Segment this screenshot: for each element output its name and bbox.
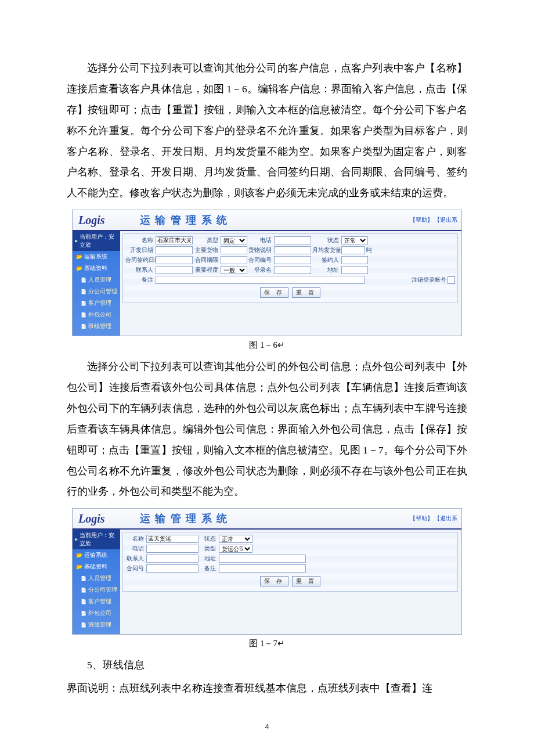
select-type[interactable]: 固定 — [221, 236, 247, 244]
label-signer: 签约人 — [312, 256, 340, 264]
sidebar-item-route[interactable]: 班线管理 — [73, 619, 120, 631]
screenshot-figure-1-6: Logis 运 输 管 理 系 统 【帮助】【退出系 当前用户：安立欣 运输系统… — [72, 210, 462, 336]
checkbox-cancel-login[interactable] — [448, 276, 455, 284]
input-goods[interactable] — [221, 246, 247, 254]
unit-ton: 吨 — [366, 246, 372, 254]
sidebar-item-person[interactable]: 人员管理 — [73, 274, 120, 286]
paragraph-2: 选择分公司下拉列表可以查询其他分公司的外包公司信息；点外包公司列表中【外包公司】… — [67, 357, 467, 502]
label-phone: 电话 — [248, 236, 273, 244]
sidebar: 当前用户：安立欣 运输系统 基础资料 人员管理 分公司管理 客户管理 外包公司 … — [73, 530, 120, 634]
label-type: 类型 — [194, 236, 219, 244]
sidebar-item-basic[interactable]: 基础资料 — [73, 561, 120, 573]
label-addr: 地址 — [200, 555, 218, 563]
label-status: 状态 — [312, 236, 340, 244]
customer-form: 名称 类型 固定 电话 状态 正常 开发日期 主要货物 货 — [122, 233, 458, 303]
outsource-form: 名称 状态 正常 电话 类型 货运公司 联系人 地址 — [122, 532, 458, 592]
header-links[interactable]: 【帮助】【退出系 — [409, 514, 458, 523]
paragraph-1: 选择分公司下拉列表可以查询其他分公司的客户信息，点客户列表中客户【名称】连接后查… — [67, 58, 467, 204]
sidebar-item-transport[interactable]: 运输系统 — [73, 251, 120, 262]
label-cancel-login: 注销登录帐号 — [412, 276, 446, 284]
sidebar-item-customer[interactable]: 客户管理 — [73, 297, 120, 309]
help-link[interactable]: 【帮助】 — [410, 217, 433, 223]
label-phone: 电话 — [125, 545, 145, 553]
app-header: Logis 运 输 管 理 系 统 【帮助】【退出系 — [73, 509, 461, 530]
section-5-title: 5、班线信息 — [67, 655, 467, 676]
input-contract-term[interactable] — [221, 256, 247, 264]
sidebar-item-outsource[interactable]: 外包公司 — [73, 309, 120, 321]
label-goods: 主要货物 — [194, 246, 219, 254]
save-button[interactable]: 保 存 — [260, 287, 288, 298]
label-contract-term: 合同期限 — [194, 256, 219, 264]
input-remark[interactable] — [219, 564, 306, 573]
reset-button[interactable]: 重 置 — [292, 287, 320, 298]
input-desc[interactable] — [274, 246, 311, 254]
sidebar-item-transport[interactable]: 运输系统 — [73, 549, 120, 561]
select-type[interactable]: 货运公司 — [219, 545, 252, 553]
current-user: 当前用户：安立欣 — [73, 530, 120, 549]
label-addr: 地址 — [312, 266, 340, 274]
logo: Logis — [78, 214, 105, 227]
label-name: 名称 — [125, 535, 145, 543]
input-devdate[interactable] — [156, 246, 193, 254]
select-importance[interactable]: 一般 — [221, 266, 247, 274]
screenshot-figure-1-7: Logis 运 输 管 理 系 统 【帮助】【退出系 当前用户：安立欣 运输系统… — [72, 508, 462, 635]
input-name[interactable] — [146, 535, 199, 543]
input-contact[interactable] — [156, 266, 193, 274]
input-login[interactable] — [274, 266, 311, 274]
logout-link[interactable]: 【退出系 — [434, 515, 457, 521]
app-title: 运 输 管 理 系 统 — [105, 512, 409, 525]
sidebar-item-route[interactable]: 班线管理 — [73, 321, 120, 332]
app-header: Logis 运 输 管 理 系 统 【帮助】【退出系 — [73, 210, 461, 231]
input-phone[interactable] — [146, 545, 199, 553]
sidebar-item-basic[interactable]: 基础资料 — [73, 262, 120, 274]
paragraph-3: 界面说明：点班线列表中名称连接查看班线基本信息，点班线列表中【查看】连 — [67, 678, 467, 699]
label-desc: 货物说明 — [248, 246, 273, 254]
label-importance: 重要程度 — [194, 266, 219, 274]
figure-caption-1-6: 图 1－6↵ — [67, 340, 467, 351]
page-number: 4 — [67, 722, 467, 731]
header-links[interactable]: 【帮助】【退出系 — [409, 216, 458, 224]
app-title: 运 输 管 理 系 统 — [105, 213, 409, 227]
select-status[interactable]: 正常 — [219, 535, 252, 543]
label-monthly: 月均发货量 — [312, 246, 340, 254]
label-contact: 联系人 — [125, 555, 145, 563]
input-remark[interactable] — [156, 276, 365, 284]
sidebar-item-outsource[interactable]: 外包公司 — [73, 607, 120, 619]
input-contract-no[interactable] — [274, 256, 311, 264]
label-status: 状态 — [200, 535, 218, 543]
select-status[interactable]: 正常 — [341, 236, 368, 244]
label-type: 类型 — [200, 545, 218, 553]
sidebar: 当前用户：安立欣 运输系统 基础资料 人员管理 分公司管理 客户管理 外包公司 … — [73, 231, 120, 336]
input-signer[interactable] — [341, 256, 368, 264]
help-link[interactable]: 【帮助】 — [410, 515, 433, 521]
input-contract-date[interactable] — [156, 256, 193, 264]
sidebar-item-branch[interactable]: 分公司管理 — [73, 286, 120, 297]
figure-caption-1-7: 图 1－7↵ — [67, 638, 467, 649]
label-contact: 联系人 — [125, 266, 154, 274]
label-remark: 备注 — [125, 276, 154, 284]
label-contractno: 合同号 — [125, 564, 145, 573]
label-login: 登录名 — [248, 266, 273, 274]
sidebar-item-branch[interactable]: 分公司管理 — [73, 584, 120, 596]
current-user: 当前用户：安立欣 — [73, 231, 120, 251]
label-name: 名称 — [125, 236, 154, 244]
label-contract-date: 合同签约日期 — [125, 256, 154, 264]
save-button[interactable]: 保 存 — [260, 576, 288, 586]
label-devdate: 开发日期 — [125, 246, 154, 254]
label-remark: 备注 — [200, 564, 218, 573]
input-contact[interactable] — [146, 555, 199, 563]
input-addr[interactable] — [341, 266, 368, 274]
input-monthly[interactable] — [341, 246, 365, 254]
logo: Logis — [78, 512, 105, 525]
logout-link[interactable]: 【退出系 — [434, 217, 457, 223]
input-phone[interactable] — [274, 236, 311, 244]
reset-button[interactable]: 重 置 — [292, 576, 320, 586]
sidebar-item-person[interactable]: 人员管理 — [73, 573, 120, 584]
sidebar-item-customer[interactable]: 客户管理 — [73, 596, 120, 607]
input-name[interactable] — [156, 236, 193, 244]
label-contract-no: 合同编号 — [248, 256, 273, 264]
input-addr[interactable] — [219, 555, 306, 563]
input-contractno[interactable] — [146, 564, 199, 573]
